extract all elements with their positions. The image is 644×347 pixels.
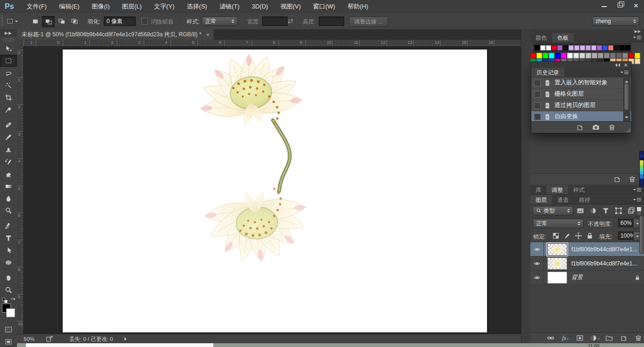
close-button[interactable]: × <box>628 0 644 10</box>
panel-menu-icon[interactable] <box>633 195 644 204</box>
color-swatch[interactable] <box>563 45 568 50</box>
collapsed-panel-strip[interactable] <box>639 151 644 187</box>
clone-stamp-tool[interactable] <box>0 143 17 156</box>
workspace-dropdown[interactable]: zheng <box>592 17 639 26</box>
color-swatch[interactable] <box>557 45 562 50</box>
history-source-checkbox[interactable] <box>534 80 541 86</box>
color-swatch[interactable] <box>603 45 608 50</box>
layers-tab[interactable]: 图层 <box>530 195 552 204</box>
width-input[interactable] <box>262 17 288 26</box>
layer-thumbnail[interactable] <box>547 243 567 256</box>
layer-row[interactable]: f1bf806b9b44cd8f7e4e1... <box>530 256 644 271</box>
dock-collapse-button[interactable]: ▶▶ <box>530 29 644 33</box>
filter-shape-button[interactable] <box>614 207 623 215</box>
lock-all-button[interactable] <box>585 231 594 240</box>
menu-item[interactable]: 窗口(W) <box>307 0 341 13</box>
dock-divider[interactable] <box>521 29 531 343</box>
history-step[interactable]: 通过拷贝的图层 <box>531 100 631 111</box>
color-swatch[interactable] <box>614 45 619 50</box>
color-swatch[interactable] <box>604 53 610 58</box>
swatches-tab[interactable]: 颜色 <box>530 33 552 42</box>
tool-preset-button[interactable] <box>6 16 23 26</box>
trash-button[interactable] <box>633 334 644 342</box>
filter-toggle[interactable] <box>636 207 642 216</box>
color-swatch[interactable] <box>537 53 542 58</box>
color-swatch[interactable] <box>625 45 630 50</box>
ellipse-tool[interactable] <box>0 256 17 269</box>
canvas-viewport[interactable] <box>23 46 521 334</box>
new-layer-button[interactable] <box>619 334 629 342</box>
dodge-tool[interactable] <box>0 205 17 217</box>
color-swatch[interactable] <box>540 45 545 50</box>
tab-close-icon[interactable]: × <box>206 31 210 38</box>
layer-visibility-toggle[interactable] <box>530 242 544 256</box>
color-swatch[interactable] <box>574 45 579 50</box>
layer-thumbnail[interactable] <box>547 272 567 284</box>
minimize-button[interactable] <box>596 0 612 10</box>
filter-adjustment-button[interactable] <box>588 207 598 215</box>
lasso-tool[interactable] <box>0 67 17 79</box>
layers-scrollbar[interactable] <box>639 215 644 254</box>
history-source-checkbox[interactable] <box>534 114 541 120</box>
hand-tool[interactable] <box>0 272 17 284</box>
gradient-tool[interactable] <box>0 180 17 192</box>
quick-selection-tool[interactable] <box>0 79 17 91</box>
lock-move-button[interactable] <box>574 231 583 240</box>
new-swatch-button[interactable] <box>612 175 622 183</box>
color-swatch[interactable] <box>552 45 557 50</box>
menu-item[interactable]: 3D(D) <box>246 0 274 13</box>
refine-edge-button[interactable]: 调整边缘 ... <box>349 17 388 27</box>
crop-tool[interactable] <box>0 91 17 104</box>
canvas[interactable] <box>63 50 487 332</box>
link-button[interactable] <box>545 334 556 342</box>
blend-mode-dropdown[interactable]: 正常 <box>533 219 584 228</box>
color-swatch[interactable] <box>555 53 561 58</box>
antialias-checkbox[interactable] <box>141 18 148 25</box>
menu-item[interactable]: 文件(F) <box>21 0 53 13</box>
mask-button[interactable] <box>575 334 585 342</box>
path-selection-tool[interactable] <box>0 244 17 256</box>
color-swatch[interactable] <box>610 53 616 58</box>
color-swatch[interactable] <box>622 53 628 58</box>
background-color-swatch[interactable] <box>6 308 15 317</box>
pen-tool[interactable] <box>0 220 17 232</box>
resize-grip[interactable] <box>626 128 631 132</box>
color-swatch[interactable] <box>579 53 585 58</box>
style-dropdown[interactable]: 正常 <box>202 17 238 26</box>
filter-smart-object-button[interactable] <box>627 207 636 215</box>
zoom-tool[interactable] <box>0 284 17 296</box>
spot-healing-brush-tool[interactable] <box>0 119 17 131</box>
brush-tool[interactable] <box>0 131 17 143</box>
menu-item[interactable]: 视图(V) <box>274 0 307 13</box>
menu-item[interactable]: 编辑(E) <box>53 0 85 13</box>
move-tool[interactable] <box>0 42 17 55</box>
eraser-tool[interactable] <box>0 168 17 180</box>
layer-row[interactable]: f1bf806b9b44cd8f7e4e1... <box>530 242 644 256</box>
adjust-tab[interactable]: 样式 <box>568 185 590 194</box>
filter-type-filter-button[interactable] <box>601 207 611 215</box>
color-swatch[interactable] <box>619 45 625 50</box>
color-swatch[interactable] <box>549 53 554 58</box>
folder-button[interactable] <box>604 334 614 342</box>
status-menu-icon[interactable] <box>124 337 128 341</box>
lock-paint-button[interactable] <box>562 231 572 240</box>
feather-input[interactable]: 0 像素 <box>104 17 136 26</box>
menu-item[interactable]: 文字(Y) <box>148 0 181 13</box>
panel-menu-icon[interactable] <box>620 68 631 77</box>
color-swatch[interactable] <box>567 53 573 58</box>
options-grip[interactable] <box>1 16 3 27</box>
layer-thumbnail[interactable] <box>547 257 567 270</box>
adjustment-button[interactable] <box>589 334 600 342</box>
trash-button[interactable] <box>607 123 617 132</box>
type-tool[interactable] <box>0 232 17 244</box>
menu-item[interactable]: 图像(I) <box>86 0 116 13</box>
add-to-selection-button[interactable] <box>42 16 55 27</box>
restore-button[interactable] <box>612 0 628 10</box>
swatches-tab[interactable]: 色板 <box>552 33 574 42</box>
new-from-state-button[interactable] <box>575 123 585 132</box>
subtract-from-selection-button[interactable] <box>56 16 67 26</box>
history-brush-tool[interactable] <box>0 156 17 168</box>
color-swatch[interactable] <box>580 45 585 50</box>
toolbar-grip[interactable] <box>3 38 14 41</box>
lock-transparent-button[interactable] <box>551 231 561 240</box>
